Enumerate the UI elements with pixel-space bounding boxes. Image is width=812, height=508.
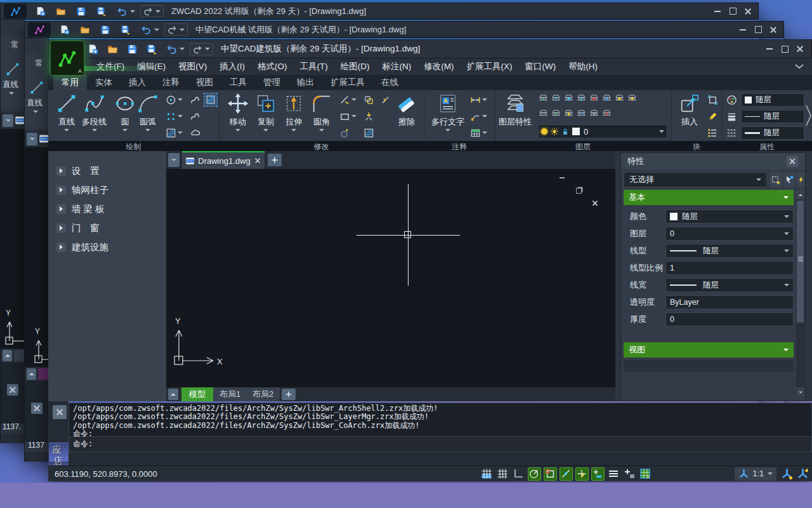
layer-bulb-icon[interactable] <box>563 93 574 104</box>
color-control[interactable]: 随层 <box>741 93 804 107</box>
prop-lineweight-value[interactable]: 随层 <box>665 278 794 292</box>
new-file-button[interactable] <box>58 23 72 36</box>
ribbon-tab-output[interactable]: 输出 <box>289 75 322 90</box>
line-tool-icon[interactable] <box>5 62 20 77</box>
layer-selector[interactable]: 0 <box>538 124 667 138</box>
tool-dimension[interactable] <box>469 94 487 105</box>
zwcad-arch-logo[interactable]: A <box>50 41 84 76</box>
save-button[interactable] <box>98 23 112 36</box>
section-view[interactable]: 视图 <box>624 342 794 358</box>
tool-circle[interactable]: 圆 <box>114 93 136 131</box>
tool-stretch[interactable]: 拉伸 <box>283 93 304 131</box>
menu-format[interactable]: 格式(O) <box>251 58 294 75</box>
tool-leader[interactable] <box>469 110 487 122</box>
layer-bulb-state-icon[interactable] <box>541 128 547 135</box>
layer-delete-icon[interactable] <box>601 109 612 119</box>
prop-linetype-value[interactable]: 随层 <box>665 244 794 258</box>
open-file-button[interactable] <box>54 5 68 18</box>
save-as-button[interactable] <box>95 5 108 18</box>
tool-trim[interactable] <box>339 94 357 105</box>
properties-titlebar[interactable]: 特性 <box>621 153 805 170</box>
prop-ltscale-value[interactable]: 1 <box>665 261 794 275</box>
status-grid-toggle[interactable] <box>496 467 509 481</box>
line-tool-label[interactable]: 直线 <box>3 79 18 90</box>
tool-explode-bomb[interactable] <box>339 127 350 138</box>
minimize-button[interactable] <box>762 43 777 55</box>
command-close-button[interactable] <box>31 403 43 414</box>
layout-up-button[interactable] <box>27 368 36 380</box>
save-as-button[interactable] <box>119 23 133 36</box>
scroll-up-button[interactable] <box>796 190 804 199</box>
tool-attributes[interactable] <box>707 127 718 138</box>
tool-create-block[interactable] <box>707 94 718 105</box>
status-ortho-toggle[interactable] <box>512 467 525 481</box>
layout-up-button[interactable] <box>168 389 178 400</box>
status-lineweight-toggle[interactable] <box>591 467 605 481</box>
tool-table[interactable] <box>469 127 487 138</box>
ribbon-tab-partial[interactable]: 常用 <box>35 58 49 69</box>
tool-revision-cloud[interactable] <box>189 127 200 138</box>
ribbon-tab-tools[interactable]: 工具 <box>221 75 255 90</box>
layer-lock-icon[interactable] <box>589 93 599 104</box>
tool-insert-block[interactable]: 插入 <box>679 93 700 128</box>
save-as-button[interactable] <box>145 43 159 55</box>
undo-dropdown[interactable] <box>180 48 185 50</box>
panel-overflow-chevron-icon[interactable] <box>806 104 811 127</box>
undo-button[interactable] <box>164 43 178 55</box>
prop-thickness-value[interactable]: 0 <box>665 312 794 326</box>
tool-break[interactable] <box>379 94 391 105</box>
redo-group[interactable] <box>190 43 213 55</box>
titlebar-zwcad-arch[interactable]: 中望CAD建筑版（剩余 29 天试用）- [Drawing1.dwg] <box>48 39 812 58</box>
tool-fillet[interactable]: 圆角 <box>311 93 332 131</box>
save-button[interactable] <box>74 5 88 18</box>
tool-line[interactable]: 直线 <box>56 93 77 131</box>
tool-polyline[interactable]: 多段线 <box>82 93 107 131</box>
ribbon-tab-insert[interactable]: 插入 <box>121 75 154 90</box>
titlebar-zwcad-2022[interactable]: ZWCAD 2022 试用版（剩余 29 天）- [Drawing1.dwg] <box>0 3 759 20</box>
tool-offset[interactable] <box>363 94 374 105</box>
maximize-button[interactable] <box>750 23 766 36</box>
tool-match-properties[interactable] <box>726 94 737 105</box>
ribbon-tab-view[interactable]: 视图 <box>188 75 221 90</box>
prop-transparency-value[interactable]: ByLayer <box>665 295 794 309</box>
doc-minimize-button[interactable] <box>556 173 568 183</box>
properties-scrollbar[interactable] <box>796 190 804 397</box>
sidebar-item-door-window[interactable]: 门 窗 <box>48 218 166 237</box>
tool-spline[interactable] <box>189 94 200 105</box>
open-file-button[interactable] <box>105 43 119 55</box>
tool-layer-properties[interactable]: 图层特性 <box>499 93 532 128</box>
ribbon-tab-home[interactable]: 常用 <box>53 75 87 90</box>
new-layout-button[interactable] <box>282 389 296 400</box>
layer-restore-icon[interactable] <box>576 109 587 119</box>
doc-close-button[interactable] <box>589 198 601 209</box>
minimize-button[interactable] <box>735 23 750 36</box>
status-ucs-toggle[interactable] <box>623 467 636 481</box>
tool-move[interactable]: 移动 <box>227 93 249 131</box>
layout-tab-partial[interactable] <box>14 350 25 361</box>
select-objects-button[interactable] <box>783 172 795 187</box>
line-tool-label[interactable]: 直线 <box>27 98 43 109</box>
annotation-visibility-toggle[interactable] <box>780 467 794 481</box>
layout-tab-layout2[interactable]: 布局2 <box>246 387 280 401</box>
layout-up-button[interactable] <box>3 350 12 361</box>
maximize-button[interactable] <box>777 43 792 55</box>
command-input[interactable]: 命令: <box>69 437 812 452</box>
toggle-pickadd-button[interactable] <box>796 172 805 187</box>
menu-insert[interactable]: 插入(I) <box>213 58 251 75</box>
menu-window[interactable]: 窗口(W) <box>519 58 563 75</box>
lineweight-control[interactable]: 随层 <box>741 126 804 140</box>
layer-bulb-yellow-icon[interactable] <box>614 93 625 104</box>
tool-edit-hatch[interactable] <box>363 127 374 138</box>
tool-block-editor[interactable] <box>707 110 718 122</box>
layer-off-icon[interactable] <box>538 93 549 104</box>
redo-group[interactable] <box>164 23 188 36</box>
tool-hatch[interactable] <box>165 127 183 138</box>
ribbon-collapse-chevron-icon[interactable] <box>794 64 804 70</box>
tool-circle-center[interactable] <box>165 94 183 105</box>
document-tab-drawing1[interactable]: Drawing1.dwg <box>182 151 265 169</box>
zwcad-mech-logo[interactable] <box>28 22 51 37</box>
sidebar-item-grid-column[interactable]: 轴网柱子 <box>48 180 166 199</box>
tool-arc[interactable]: 圆弧 <box>137 93 159 131</box>
ribbon-tab-annotate[interactable]: 注释 <box>154 75 188 90</box>
command-history[interactable]: /opt/apps/com.zwsoft.zwcada2022/files/Ar… <box>69 403 812 437</box>
